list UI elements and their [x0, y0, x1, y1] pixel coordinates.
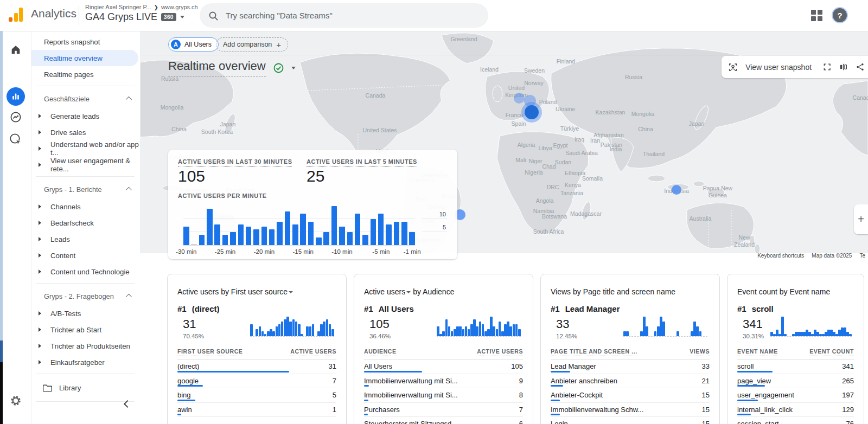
caret-right-icon [39, 163, 41, 167]
metric-column-header[interactable]: ACTIVE USERS [477, 348, 523, 356]
table-row: user_engagement197 [737, 388, 854, 403]
breadcrumb-account[interactable]: Ringier Axel Springer P... [85, 4, 151, 10]
card-metric-selector[interactable]: Active users [177, 287, 219, 296]
sidebar-section-header[interactable]: Geschäftsziele [31, 89, 140, 108]
card-metric-selector[interactable]: Event count [737, 287, 777, 296]
home-icon[interactable] [10, 44, 22, 56]
property-name[interactable]: GA4 Gryps LIVE [85, 11, 157, 23]
dimension-column-header[interactable]: FIRST USER SOURCE [177, 348, 242, 356]
caret-right-icon [39, 130, 41, 134]
sidebar-item[interactable]: Trichter ab Produktseiten [31, 338, 140, 354]
sidebar-item[interactable]: Realtime overview [31, 50, 138, 66]
sidebar-item[interactable]: Drive sales [31, 124, 140, 140]
sidebar-item[interactable]: Leads [31, 231, 140, 247]
card-dimension-selector[interactable]: Event name [790, 287, 831, 296]
sidebar-item[interactable]: Reports snapshot [31, 34, 140, 50]
reports-icon-selected[interactable] [7, 87, 25, 106]
sidebar-item-library[interactable]: Library [31, 377, 140, 398]
caret-right-icon [39, 146, 41, 151]
sidebar-section-header[interactable]: Gryps - 2. Fragebogen [31, 287, 140, 305]
mini-chart-bar [462, 329, 465, 337]
header-divider [79, 5, 79, 25]
dimension-column-header[interactable]: PAGE TITLE AND SCREEN ... [551, 348, 637, 356]
card-metric-selector[interactable]: Active users [364, 287, 405, 296]
app-header: Analytics Ringier Axel Springer P... ❯ w… [0, 0, 868, 31]
row-value-bar [737, 371, 773, 372]
help-icon[interactable]: ? [833, 8, 847, 22]
map-zoom-in-button[interactable]: + [854, 204, 868, 234]
sidebar-section-header[interactable]: Gryps - 1. Berichte [31, 180, 140, 198]
mini-chart-bar [326, 319, 329, 337]
map-keyboard-shortcuts[interactable]: Keyboard shortcuts [757, 253, 804, 259]
sidebar-item[interactable]: Trichter ab Start [31, 322, 140, 338]
mini-chart-bar [770, 332, 773, 336]
row-metric-value: 105 [511, 362, 523, 370]
sidebar-item[interactable]: Einkaufsratgeber [31, 354, 140, 370]
metric-column-header[interactable]: VIEWS [690, 348, 710, 356]
analytics-summary-card: Active users by Audience#1All Users10536… [354, 274, 533, 424]
data-quality-check-icon[interactable] [273, 63, 284, 73]
mini-chart-bar [487, 329, 490, 337]
mini-chart-bar [816, 332, 819, 336]
view-user-snapshot-label[interactable]: View user snapshot [745, 63, 812, 72]
sidebar-item[interactable]: Generate leads [31, 108, 140, 124]
sidebar-item[interactable]: A/B-Tests [31, 305, 140, 322]
explore-icon[interactable] [10, 111, 22, 123]
row-dimension-value: bing [177, 391, 191, 399]
fullscreen-icon[interactable] [823, 62, 831, 72]
compare-reports-icon[interactable] [839, 62, 847, 72]
row-value-bar [551, 414, 560, 415]
mini-chart-bar [270, 329, 272, 337]
mini-chart-bar [456, 326, 459, 336]
row-metric-value: 15 [702, 420, 710, 424]
screen-edge-strip [0, 341, 3, 362]
card-dimension-selector[interactable]: First user source [231, 287, 288, 296]
share-icon[interactable] [856, 62, 864, 72]
mini-chart-bar [437, 326, 439, 336]
row-metric-value: 21 [702, 377, 710, 385]
table-row: (direct)31 [177, 359, 336, 374]
sidebar-item[interactable]: Bedarfscheck [31, 215, 140, 231]
dimension-column-header[interactable]: AUDIENCE [364, 348, 397, 356]
advertising-icon[interactable] [9, 133, 22, 146]
card-metric-selector[interactable]: Views [551, 287, 571, 296]
card-dimension-selector[interactable]: Audience [423, 287, 454, 296]
breadcrumb[interactable]: Ringier Axel Springer P... ❯ www.gryps.c… [85, 4, 198, 10]
mini-chart-bar [448, 326, 451, 336]
sidebar-item[interactable]: View user engagement & rete... [31, 157, 140, 173]
active-users-30min-label[interactable]: ACTIVE USERS IN LAST 30 MINUTES [178, 158, 292, 167]
row-dimension-value: user_engagement [737, 391, 794, 399]
analytics-logo-icon[interactable] [9, 8, 23, 22]
sidebar-item[interactable]: Channels [31, 198, 140, 215]
search-bar[interactable] [200, 3, 488, 28]
sidebar-item[interactable]: Content [31, 247, 140, 264]
metric-column-header[interactable]: EVENT COUNT [809, 348, 854, 356]
mini-chart-bar [696, 326, 699, 336]
collapse-sidebar-button[interactable] [123, 399, 132, 409]
admin-gear-icon[interactable] [10, 395, 22, 407]
search-input[interactable] [225, 10, 455, 21]
property-selector[interactable]: GA4 Gryps LIVE 360 [85, 11, 184, 23]
analytics-summary-card: Event count by Event name#1scroll34130.3… [727, 274, 864, 424]
active-users-5min-label[interactable]: ACTIVE USERS IN LAST 5 MINUTES [307, 158, 417, 167]
add-comparison-chip[interactable]: Add comparison + [216, 37, 288, 52]
diagnostics-grid-icon[interactable] [811, 10, 822, 21]
chevron-down-icon[interactable] [291, 67, 296, 69]
all-users-chip[interactable]: A All Users [168, 37, 219, 52]
dimension-column-header[interactable]: EVENT NAME [737, 348, 778, 356]
mini-chart-bar [439, 334, 442, 337]
metric-column-header[interactable]: ACTIVE USERS [290, 348, 336, 356]
card-dimension-selector[interactable]: Page title and screen name [583, 287, 675, 296]
mini-chart-bar [317, 331, 320, 336]
chart-bar [277, 222, 283, 245]
page-title[interactable]: Realtime overview [168, 59, 266, 76]
map-terms-link[interactable]: Te [859, 253, 865, 259]
section-header-label: Gryps - 2. Fragebogen [44, 292, 114, 300]
sidebar-item[interactable]: Content und Technologie [31, 264, 140, 280]
user-snapshot-icon[interactable] [729, 62, 737, 73]
row-dimension-value: Purchasers [364, 406, 400, 414]
breadcrumb-site[interactable]: www.gryps.ch [161, 4, 198, 10]
sidebar-item[interactable]: Understand web and/or app t... [31, 140, 140, 157]
sidebar-item[interactable]: Realtime pages [31, 66, 140, 82]
y-axis-tick-label: 5 [443, 224, 446, 230]
